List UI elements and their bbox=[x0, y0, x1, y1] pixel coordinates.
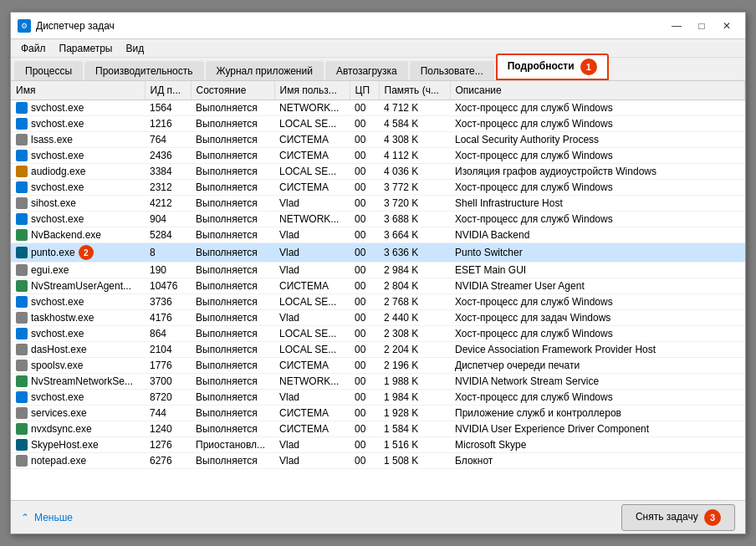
cell-memory: 3 772 K bbox=[379, 180, 450, 196]
table-row[interactable]: lsass.exe 764 Выполняется СИСТЕМА 00 4 3… bbox=[11, 132, 745, 148]
table-row[interactable]: svchost.exe 2436 Выполняется СИСТЕМА 00 … bbox=[11, 148, 745, 164]
table-row[interactable]: svchost.exe 864 Выполняется LOCAL SE... … bbox=[11, 326, 745, 342]
table-row[interactable]: svchost.exe 2312 Выполняется СИСТЕМА 00 … bbox=[11, 180, 745, 196]
tab-processes[interactable]: Процессы bbox=[14, 61, 83, 80]
cell-cpu: 00 bbox=[350, 263, 379, 278]
tab-app-history[interactable]: Журнал приложений bbox=[206, 61, 324, 80]
cell-user: СИСТЕМА bbox=[274, 132, 350, 148]
cell-name: egui.exe bbox=[11, 263, 145, 278]
cell-desc: NVIDIA Streamer User Agent bbox=[450, 278, 745, 294]
table-row[interactable]: NvStreamNetworkSe... 3700 Выполняется NE… bbox=[11, 374, 745, 390]
table-row[interactable]: svchost.exe 1216 Выполняется LOCAL SE...… bbox=[11, 116, 745, 132]
table-row[interactable]: svchost.exe 3736 Выполняется LOCAL SE...… bbox=[11, 294, 745, 310]
cell-cpu: 00 bbox=[350, 358, 379, 374]
cell-pid: 4176 bbox=[145, 310, 191, 326]
table-row[interactable]: sihost.exe 4212 Выполняется Vlad 00 3 72… bbox=[11, 196, 745, 212]
col-pid[interactable]: ИД п... bbox=[145, 81, 191, 100]
cell-user: СИСТЕМА bbox=[274, 406, 350, 421]
maximize-button[interactable]: □ bbox=[690, 17, 713, 35]
table-row[interactable]: svchost.exe 1564 Выполняется NETWORK... … bbox=[11, 100, 745, 116]
table-row[interactable]: notepad.exe 6276 Выполняется Vlad 00 1 5… bbox=[11, 453, 745, 469]
cell-cpu: 00 bbox=[350, 437, 379, 453]
table-row[interactable]: svchost.exe 8720 Выполняется Vlad 00 1 9… bbox=[11, 390, 745, 406]
process-icon bbox=[16, 166, 28, 177]
process-icon bbox=[16, 150, 28, 161]
table-row[interactable]: taskhostw.exe 4176 Выполняется Vlad 00 2… bbox=[11, 310, 745, 326]
cell-cpu: 00 bbox=[350, 421, 379, 437]
cell-pid: 2312 bbox=[145, 180, 191, 196]
tab-startup[interactable]: Автозагрузка bbox=[325, 61, 408, 80]
cell-pid: 764 bbox=[145, 132, 191, 148]
process-icon bbox=[16, 360, 28, 371]
table-row[interactable]: svchost.exe 904 Выполняется NETWORK... 0… bbox=[11, 212, 745, 227]
cell-memory: 1 928 K bbox=[379, 406, 450, 421]
col-name[interactable]: Имя bbox=[11, 81, 145, 100]
cell-desc: Хост-процесс для служб Windows bbox=[450, 180, 745, 196]
cell-pid: 1776 bbox=[145, 358, 191, 374]
minimize-button[interactable]: — bbox=[665, 17, 688, 35]
col-memory[interactable]: Память (ч... bbox=[379, 81, 450, 100]
cell-state: Выполняется bbox=[191, 148, 274, 164]
menu-file[interactable]: Файл bbox=[14, 41, 53, 56]
cell-desc: Microsoft Skype bbox=[450, 437, 745, 453]
close-button[interactable]: ✕ bbox=[715, 17, 738, 35]
table-row[interactable]: services.exe 744 Выполняется СИСТЕМА 00 … bbox=[11, 406, 745, 421]
table-header-row: Имя ИД п... Состояние Имя польз... ЦП Па… bbox=[11, 81, 745, 100]
col-cpu[interactable]: ЦП bbox=[350, 81, 379, 100]
cell-user: Vlad bbox=[274, 453, 350, 469]
table-row[interactable]: NvStreamUserAgent... 10476 Выполняется С… bbox=[11, 278, 745, 294]
process-icon bbox=[16, 134, 28, 145]
cell-memory: 2 204 K bbox=[379, 342, 450, 358]
cell-user: LOCAL SE... bbox=[274, 342, 350, 358]
table-row[interactable]: dasHost.exe 2104 Выполняется LOCAL SE...… bbox=[11, 342, 745, 358]
end-task-button[interactable]: Снять задачу 3 bbox=[621, 504, 735, 531]
table-row[interactable]: spoolsv.exe 1776 Выполняется СИСТЕМА 00 … bbox=[11, 358, 745, 374]
tab-performance[interactable]: Производительность bbox=[84, 61, 203, 80]
cell-name: nvxdsync.exe bbox=[11, 421, 145, 437]
menu-view[interactable]: Вид bbox=[119, 41, 151, 56]
process-table-container[interactable]: Имя ИД п... Состояние Имя польз... ЦП Па… bbox=[11, 81, 745, 500]
table-row[interactable]: punto.exe 2 8 Выполняется Vlad 00 3 636 … bbox=[11, 243, 745, 263]
cell-user: Vlad bbox=[274, 310, 350, 326]
cell-cpu: 00 bbox=[350, 326, 379, 342]
cell-pid: 4212 bbox=[145, 196, 191, 212]
cell-desc: Punto Switcher bbox=[450, 243, 745, 263]
cell-user: NETWORK... bbox=[274, 100, 350, 116]
window-title: Диспетчер задач bbox=[36, 20, 665, 32]
col-desc[interactable]: Описание bbox=[450, 81, 745, 100]
table-row[interactable]: SkypeHost.exe 1276 Приостановл... Vlad 0… bbox=[11, 437, 745, 453]
menu-params[interactable]: Параметры bbox=[53, 41, 120, 56]
cell-desc: Изоляция графов аудиоустройств Windows bbox=[450, 164, 745, 180]
table-row[interactable]: NvBackend.exe 5284 Выполняется Vlad 00 3… bbox=[11, 227, 745, 243]
cell-memory: 1 584 K bbox=[379, 421, 450, 437]
cell-cpu: 00 bbox=[350, 132, 379, 148]
cell-pid: 1276 bbox=[145, 437, 191, 453]
cell-name: svchost.exe bbox=[11, 212, 145, 227]
task-manager-window: ⚙ Диспетчер задач — □ ✕ Файл Параметры В… bbox=[10, 12, 746, 534]
table-row[interactable]: egui.exe 190 Выполняется Vlad 00 2 984 K… bbox=[11, 263, 745, 278]
cell-state: Выполняется bbox=[191, 390, 274, 406]
cell-desc: Local Security Authority Process bbox=[450, 132, 745, 148]
cell-pid: 2104 bbox=[145, 342, 191, 358]
cell-name: svchost.exe bbox=[11, 148, 145, 164]
cell-name: NvBackend.exe bbox=[11, 227, 145, 243]
tab-details[interactable]: Подробности 1 bbox=[496, 54, 609, 80]
cell-cpu: 00 bbox=[350, 148, 379, 164]
table-row[interactable]: nvxdsync.exe 1240 Выполняется СИСТЕМА 00… bbox=[11, 421, 745, 437]
table-row[interactable]: audiodg.exe 3384 Выполняется LOCAL SE...… bbox=[11, 164, 745, 180]
process-table: Имя ИД п... Состояние Имя польз... ЦП Па… bbox=[11, 81, 745, 469]
less-button[interactable]: ⌃ Меньше bbox=[21, 512, 73, 523]
process-icon bbox=[16, 264, 28, 276]
col-state[interactable]: Состояние bbox=[191, 81, 274, 100]
tab-users[interactable]: Пользовате... bbox=[410, 61, 494, 80]
cell-user: Vlad bbox=[274, 243, 350, 263]
process-icon bbox=[16, 423, 28, 435]
cell-state: Выполняется bbox=[191, 100, 274, 116]
col-user[interactable]: Имя польз... bbox=[274, 81, 350, 100]
app-icon: ⚙ bbox=[18, 19, 31, 33]
cell-user: NETWORK... bbox=[274, 212, 350, 227]
process-icon bbox=[16, 407, 28, 419]
cell-pid: 5284 bbox=[145, 227, 191, 243]
cell-memory: 2 196 K bbox=[379, 358, 450, 374]
cell-user: LOCAL SE... bbox=[274, 164, 350, 180]
